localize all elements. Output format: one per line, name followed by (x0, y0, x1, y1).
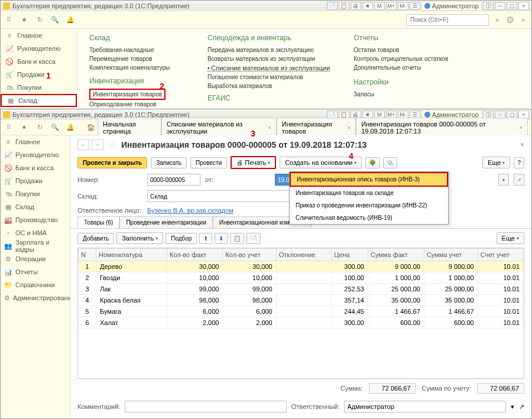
more-button[interactable]: Еще▾ (482, 157, 510, 168)
col-fact[interactable]: Кол-во факт (167, 249, 223, 261)
table-row[interactable]: 1Дерево30,00030,000300,009 000,009 000,0… (79, 261, 524, 272)
grid-icon[interactable]: ⠿ (4, 123, 14, 132)
tab-home[interactable]: Начальная страница (98, 118, 161, 137)
close-panel-icon[interactable]: × (518, 15, 528, 25)
sidebar-item[interactable]: ▫ОС и НМА (1, 226, 70, 239)
tab-process[interactable]: Проведение инвентаризации (119, 216, 212, 228)
link[interactable]: Контроль отрицательных остатков (353, 54, 448, 63)
link[interactable]: Оприходование товаров (89, 100, 184, 108)
link-inventory[interactable]: Инвентаризация товаров (89, 89, 166, 100)
bell-icon[interactable]: 🔔 (66, 123, 75, 132)
tab-writeoff[interactable]: Списание материалов из эксплуатации× (161, 118, 277, 137)
sidebar-item-bank[interactable]: 🚫Банк и касса (1, 55, 77, 68)
sidebar-item-sklad[interactable]: ▦Склад (1, 94, 77, 107)
tb-btn[interactable]: 📄 (327, 2, 338, 10)
info-icon[interactable]: ⓘ (483, 2, 494, 10)
dropdown-item[interactable]: Сличительная ведомость (ИНВ-19) (290, 212, 448, 224)
maximize-button[interactable]: ▢ (507, 2, 517, 10)
col-acc[interactable]: Счет учет (478, 249, 523, 261)
dropdown-item[interactable]: Приказ о проведении инвентаризации (ИНВ-… (290, 199, 448, 212)
attach-button[interactable]: 📎 (383, 157, 397, 168)
nav-fwd[interactable]: → (92, 139, 103, 150)
post-button[interactable]: Провести (190, 157, 227, 168)
table-row[interactable]: 3Лак99,00099,000252,5325 000,0025 000,00… (79, 284, 524, 295)
nav-back[interactable]: ← (77, 139, 89, 150)
close-icon[interactable]: × (520, 125, 523, 131)
link[interactable]: Перемещение товаров (89, 54, 184, 63)
sidebar-item[interactable]: 👥Зарплата и кадры (1, 239, 70, 252)
sidebar-item[interactable]: 🛍Покупки (1, 187, 70, 200)
sidebar-item[interactable]: 📊Отчеты (1, 265, 70, 278)
search-icon[interactable]: 🔍 (50, 123, 60, 132)
table-row[interactable]: 6Халат2,0002,000300,00600,00600,0010.01 (79, 317, 524, 329)
search-input[interactable] (406, 14, 489, 26)
history-icon[interactable]: ↻ (35, 15, 44, 25)
favorite-icon[interactable]: ☆ (108, 139, 116, 150)
link[interactable]: Комплектация номенклатуры (89, 63, 184, 72)
link[interactable]: Выработка материалов (207, 82, 330, 90)
col-uchet[interactable]: Кол-во учет (223, 249, 276, 261)
history-icon[interactable]: ↻ (35, 123, 44, 132)
search-icon[interactable]: 🔍 (50, 15, 60, 25)
up-button[interactable]: ⬆ (199, 233, 212, 244)
number-input[interactable] (147, 174, 200, 186)
col-dev[interactable]: Отклонение (276, 249, 332, 261)
sidebar-item[interactable]: 🛒Продажи (1, 174, 70, 187)
col-price[interactable]: Цена (332, 249, 368, 261)
save-close-button[interactable]: Провести и закрыть (77, 157, 147, 168)
tb-btn[interactable]: 📋 (339, 2, 349, 10)
tb-btn[interactable]: 🖨 (351, 2, 361, 10)
tb-btn[interactable]: M (374, 2, 385, 10)
table-row[interactable]: 4Краска белая98,00098,000357,1435 000,00… (79, 295, 524, 306)
sidebar-item[interactable]: 📈Руководителю (1, 148, 70, 161)
col-name[interactable]: Номенклатура (96, 249, 167, 261)
tab-inventory-doc[interactable]: Инвентаризация товаров 0000-000005 от 19… (356, 118, 528, 137)
grid-icon[interactable]: ⠿ (4, 15, 14, 25)
gear-icon[interactable]: ⚙ (505, 15, 515, 25)
fill-button[interactable]: Заполнить▾ (116, 232, 163, 244)
tb-btn[interactable]: M- (398, 2, 408, 10)
clear-icon[interactable]: × (492, 15, 502, 25)
col-sfact[interactable]: Сумма факт (368, 249, 424, 261)
link[interactable]: Дополнительные отчеты (353, 63, 448, 72)
tree-button[interactable]: 🌳 (365, 157, 379, 168)
close-icon[interactable]: × (520, 141, 524, 149)
sidebar-item[interactable]: 🚫Банк и касса (1, 161, 70, 174)
bell-icon[interactable]: 🔔 (66, 15, 75, 25)
sidebar-item-manager[interactable]: 📈Руководителю (1, 42, 77, 55)
link[interactable]: Остатки товаров (353, 46, 448, 54)
home-icon[interactable]: 🏠 (87, 124, 95, 131)
tb-btn[interactable]: M+ (386, 2, 397, 10)
print-button[interactable]: 🖨Печать▾ (231, 156, 276, 169)
sidebar-item[interactable]: 📁Справочники (1, 278, 70, 291)
tb-btn[interactable]: ☰ (410, 2, 420, 10)
paste-button[interactable]: 📄 (246, 233, 261, 244)
sidebar-item-purchases[interactable]: 🛍Покупки (1, 81, 77, 94)
sidebar-item[interactable]: ▦Склад (1, 200, 70, 213)
sidebar-item-main[interactable]: ≡Главное (1, 29, 77, 42)
select-button[interactable]: ▾ (511, 403, 514, 411)
minimize-button[interactable]: – (495, 2, 505, 10)
copy-button[interactable]: 📋 (230, 233, 244, 244)
open-button[interactable]: ↗ (519, 403, 524, 411)
link[interactable]: Передача материалов в эксплуатацию (207, 46, 330, 54)
sidebar-item[interactable]: ⚙Операции (1, 252, 70, 265)
sidebar-item[interactable]: 🏭Производство (1, 213, 70, 226)
help-button[interactable]: ? (514, 157, 524, 168)
star-icon[interactable]: ★ (20, 15, 29, 25)
save-button[interactable]: Записать (151, 157, 187, 168)
star-icon[interactable]: ★ (20, 123, 29, 132)
tab-inventory-list[interactable]: Инвентаризация товаров× (277, 118, 356, 137)
select-button[interactable]: Подбор (166, 233, 197, 244)
down-button[interactable]: ⬇ (215, 233, 228, 244)
dropdown-item[interactable]: Инвентаризация товаров на складе (290, 187, 448, 199)
dropdown-item-inv3[interactable]: Инвентаризационная опись товаров (ИНВ-3) (290, 172, 448, 187)
col-suchet[interactable]: Сумма учет (424, 249, 478, 261)
sidebar-item[interactable]: ⚙Администрирование (1, 291, 70, 304)
table-row[interactable]: 5Бумага6,0006,000244,451 466,671 466,671… (79, 306, 524, 317)
select-button[interactable]: ▾ (498, 174, 509, 186)
more-button[interactable]: Еще▾ (497, 232, 524, 244)
open-button[interactable]: ↗ (514, 174, 524, 186)
table-row[interactable]: 2Гвозди10,00010,000100,001 000,001 000,0… (79, 272, 524, 284)
resp-input[interactable] (344, 401, 506, 412)
